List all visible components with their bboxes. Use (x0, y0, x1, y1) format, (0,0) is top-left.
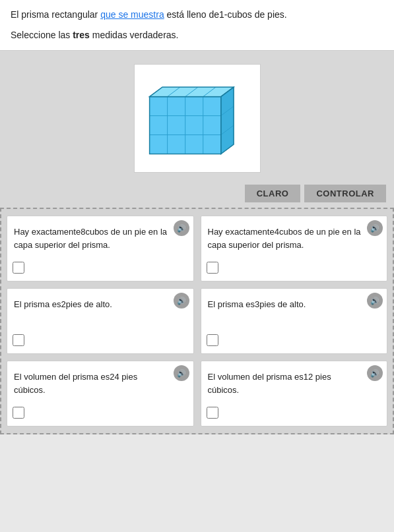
checkbox-area-6 (207, 407, 218, 421)
instruction-line1: El prisma rectangular que se muestra est… (11, 8, 383, 22)
option-text-3: El prisma es2pies de alto. (14, 298, 187, 347)
checkbox-area-5 (13, 407, 24, 421)
option-card-6: 🔊 El volumen del prisma es12 pies cúbico… (201, 361, 388, 427)
checkbox-6[interactable] (207, 407, 218, 419)
sound-button-2[interactable]: 🔊 (367, 220, 383, 236)
controlar-button[interactable]: CONTROLAR (304, 185, 386, 202)
sound-button-1[interactable]: 🔊 (174, 220, 189, 236)
option-card-4: 🔊 El prisma es3pies de alto. (201, 288, 388, 354)
option-card-1: 🔊 Hay exactamente8cubos de un pie en la … (7, 216, 194, 281)
claro-button[interactable]: CLARO (245, 185, 301, 202)
sound-button-4[interactable]: 🔊 (367, 293, 383, 309)
option-text-6: El volumen del prisma es12 pies cúbicos. (208, 370, 381, 419)
link-que-se-muestra[interactable]: que se muestra (100, 9, 164, 20)
checkbox-area-3 (13, 334, 24, 348)
checkbox-area-1 (13, 262, 24, 276)
bold-tres: tres (73, 30, 90, 40)
sound-button-5[interactable]: 🔊 (174, 365, 189, 381)
svg-marker-18 (220, 87, 233, 154)
checkbox-5[interactable] (13, 407, 24, 419)
instructions-area: El prisma rectangular que se muestra est… (0, 0, 394, 51)
options-area: 🔊 Hay exactamente8cubos de un pie en la … (0, 208, 394, 434)
option-card-5: 🔊 El volumen del prisma es24 pies cúbico… (7, 361, 194, 427)
sound-button-6[interactable]: 🔊 (367, 365, 383, 381)
option-card-2: 🔊 Hay exactamente4cubos de un pie en la … (201, 216, 388, 281)
instruction-line2: Seleccione las tres medidas verdaderas. (11, 28, 383, 42)
checkbox-area-4 (207, 334, 218, 348)
checkbox-3[interactable] (13, 334, 24, 346)
option-text-4: El prisma es3pies de alto. (208, 298, 381, 347)
option-card-3: 🔊 El prisma es2pies de alto. (7, 288, 194, 354)
option-text-5: El volumen del prisma es24 pies cúbicos. (14, 370, 187, 419)
cube-diagram (141, 71, 253, 163)
sound-button-3[interactable]: 🔊 (174, 293, 189, 309)
button-row: CLARO CONTROLAR (0, 179, 394, 208)
option-text-2: Hay exactamente4cubos de un pie en la ca… (208, 225, 381, 274)
checkbox-4[interactable] (207, 334, 218, 346)
option-text-1: Hay exactamente8cubos de un pie en la ca… (14, 225, 187, 274)
checkbox-1[interactable] (13, 262, 24, 274)
checkbox-2[interactable] (207, 262, 218, 274)
image-area (0, 51, 394, 179)
cube-image-container (134, 64, 261, 173)
checkbox-area-2 (207, 262, 218, 276)
